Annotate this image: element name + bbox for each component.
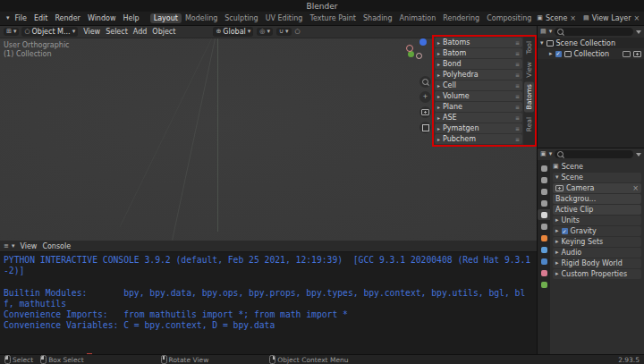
perspective-toggle-button[interactable] (419, 122, 431, 133)
panel-grip-icon[interactable] (515, 51, 520, 56)
sidebar-panel-header[interactable]: ASE (435, 113, 522, 123)
chevron-down-icon[interactable] (549, 29, 553, 35)
workspace-tab[interactable]: Rendering (439, 13, 483, 23)
outliner-item-collection[interactable]: Collection (538, 48, 644, 59)
viewport-menu-item[interactable]: Select (103, 28, 131, 36)
workspace-tab[interactable]: Sculpting (221, 13, 261, 23)
properties-tab-modifiers[interactable] (538, 244, 550, 255)
axis-y-icon[interactable] (408, 51, 414, 57)
sidebar-panel-header[interactable]: Volume (435, 91, 522, 101)
pan-button[interactable] (419, 91, 431, 103)
filter-icon[interactable] (636, 30, 641, 34)
camera-view-button[interactable] (419, 106, 431, 118)
outliner-search-input[interactable] (555, 28, 633, 36)
properties-section-header[interactable]: Units (553, 216, 641, 225)
axis-negative-icon[interactable] (416, 53, 422, 59)
console-prompt-line[interactable]: >>> (4, 343, 534, 354)
sidebar-tab-view[interactable]: View (524, 59, 534, 80)
properties-editor-icon[interactable] (540, 151, 547, 157)
properties-section-header[interactable]: Audio (553, 248, 641, 258)
workspace-tab[interactable]: Layout (150, 13, 182, 23)
editor-type-selector[interactable] (4, 28, 19, 36)
checkbox-icon[interactable] (562, 228, 568, 234)
background-scene-field[interactable]: Backgrou... (553, 194, 641, 204)
workspace-tab[interactable]: Compositing (483, 13, 535, 23)
properties-tab-object[interactable] (538, 233, 550, 243)
topbar-menu-item[interactable]: Window (84, 13, 120, 23)
outliner-item-scene-collection[interactable]: Scene Collection (538, 38, 644, 48)
outliner-editor-icon[interactable] (540, 29, 547, 35)
sidebar-panel-header[interactable]: Batom (435, 48, 522, 58)
panel-grip-icon[interactable] (515, 62, 520, 67)
panel-grip-icon[interactable] (515, 115, 520, 121)
axis-z-icon[interactable] (419, 38, 427, 46)
properties-tab-constraints[interactable] (538, 267, 550, 278)
orientation-dropdown[interactable]: Global (213, 27, 253, 37)
scene-panel-header[interactable]: Scene (553, 173, 641, 182)
camera-field[interactable]: Camera (553, 183, 641, 193)
topbar-menu-item[interactable]: Help (119, 13, 142, 23)
sidebar-panel-header[interactable]: Bond (435, 59, 522, 69)
sidebar-tab-batoms[interactable]: Batoms (524, 81, 534, 112)
zoom-button[interactable] (419, 76, 431, 88)
unlink-scene-icon[interactable] (570, 15, 576, 22)
panel-grip-icon[interactable] (515, 126, 520, 131)
properties-tab-tool[interactable] (538, 163, 550, 174)
proportional-editing-icon[interactable] (295, 29, 301, 35)
sidebar-tab-tool[interactable]: Tool (524, 38, 534, 57)
scene-selector[interactable]: Scene (537, 14, 576, 22)
properties-section-header[interactable]: Rigid Body World (553, 258, 641, 268)
sidebar-panel-header[interactable]: Batoms (435, 38, 522, 47)
axis-x-icon[interactable] (406, 45, 413, 52)
properties-search-input[interactable] (555, 150, 633, 158)
properties-section-header[interactable]: Custom Properties (553, 269, 641, 279)
sidebar-panel-header[interactable]: Pubchem (435, 134, 522, 144)
topbar-menu-item[interactable]: File (12, 13, 30, 23)
chevron-down-icon[interactable] (549, 151, 553, 157)
sidebar-panel-header[interactable]: Plane (435, 102, 522, 112)
viewport-menu-item[interactable]: Object (149, 28, 178, 36)
exclude-checkbox-icon[interactable] (555, 51, 562, 57)
console-editor-icon[interactable] (4, 243, 9, 250)
viewport-menu-item[interactable]: Add (131, 28, 150, 36)
sidebar-panel-header[interactable]: Pymatgen (435, 123, 522, 133)
topbar-menu-item[interactable]: Edit (30, 13, 52, 23)
properties-tab-view-layer[interactable] (538, 198, 550, 208)
chevron-down-icon[interactable] (12, 243, 15, 250)
properties-section-header[interactable]: Gravity (553, 226, 641, 236)
mode-dropdown[interactable]: Object M... (21, 27, 78, 37)
sidebar-panel-header[interactable]: Polyhedra (435, 70, 522, 80)
viewport-3d[interactable]: Object M... ViewSelectAddObject Global (0, 26, 537, 241)
disable-render-icon[interactable] (633, 51, 641, 57)
sidebar-tab-real[interactable]: Real (524, 114, 534, 134)
active-clip-field[interactable]: Active Clip (553, 205, 641, 215)
view-layer-selector[interactable]: View Layer (583, 14, 640, 22)
workspace-tab[interactable]: Modeling (182, 13, 221, 23)
hide-viewport-icon[interactable] (623, 51, 631, 57)
clear-camera-icon[interactable] (632, 185, 639, 192)
properties-tab-output[interactable] (538, 186, 550, 197)
console-menu-item[interactable]: View (17, 242, 39, 250)
python-console[interactable]: ViewConsole PYTHON INTERACTIVE CONSOLE 3… (0, 241, 537, 354)
properties-tab-object-data[interactable] (538, 279, 550, 290)
panel-grip-icon[interactable] (515, 137, 520, 142)
filter-icon[interactable] (636, 153, 641, 157)
snap-dropdown[interactable] (276, 28, 292, 36)
console-body[interactable]: PYTHON INTERACTIVE CONSOLE 3.9.2 (defaul… (0, 252, 537, 354)
sidebar-panel-header[interactable]: Cell (435, 80, 522, 90)
chevron-down-icon[interactable] (6, 15, 10, 21)
panel-grip-icon[interactable] (515, 72, 520, 78)
panel-grip-icon[interactable] (515, 94, 520, 99)
properties-section-header[interactable]: Keying Sets (553, 237, 641, 247)
workspace-tab[interactable]: Shading (360, 13, 396, 23)
properties-tab-render[interactable] (538, 174, 550, 185)
workspace-tab[interactable]: Animation (396, 13, 440, 23)
panel-grip-icon[interactable] (515, 83, 520, 89)
expand-arrow-icon[interactable] (549, 51, 553, 57)
topbar-menu-item[interactable]: Render (51, 13, 83, 23)
collapse-arrow-icon[interactable] (540, 40, 544, 47)
remove-view-layer-icon[interactable] (634, 15, 640, 22)
properties-tab-world[interactable] (538, 221, 550, 232)
workspace-tab[interactable]: UV Editing (262, 13, 307, 23)
panel-grip-icon[interactable] (515, 105, 520, 110)
